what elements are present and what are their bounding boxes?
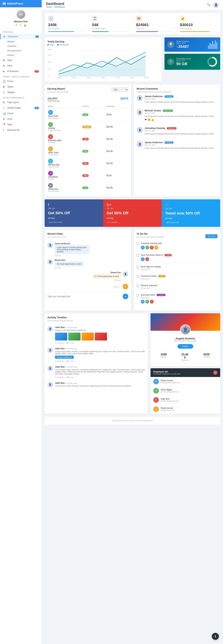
priority-badge: Low [82,150,88,152]
sales-bar-chart [208,40,217,49]
sidebar-subitem-minimal[interactable]: Minimal [0,39,42,44]
todo-checkbox[interactable] [137,284,139,287]
sidebar-item-ui-elements[interactable]: ◈ UI Elements 24 [0,68,42,74]
tables-icon: ⊞ [3,86,6,88]
send-message-button[interactable]: ➤ [123,294,128,299]
priority-badge: High [82,138,89,140]
search-icon[interactable]: 🔍 [207,3,210,6]
google-card[interactable]: G+ 25th Jan Get 50% Offon buy - Eric far… [103,199,162,227]
timeline-link[interactable]: Design weblayout [71,329,86,331]
month-select[interactable]: July August September [111,87,128,92]
facebook-icon: f [48,203,100,207]
svg-text:150: 150 [48,62,51,63]
todo-checkbox[interactable] [137,294,139,296]
sidebar-subitem-modern[interactable]: Modern [0,53,42,58]
email-icon[interactable]: ✉ [20,24,22,26]
col-earnings: Earnings [106,104,128,108]
todo-checkbox[interactable] [137,242,139,245]
add-task-button[interactable]: Add Task [205,234,217,238]
chat-input[interactable] [47,295,121,298]
follow-button[interactable]: Follow [177,344,193,348]
sidebar-logo[interactable]: AdminPress [0,0,42,7]
timeline-name: John Doe 5 minutes ago [55,326,145,328]
employee-list-header: Employee list Checkout employee you list… [150,368,220,377]
todo-checkbox[interactable] [137,266,139,268]
employee-item: A Arijit Sinh jomelso@1@qmail.com [150,396,220,405]
todo-subtitle: list of your next task to complete [137,236,164,238]
employee-list-title: Employee list [153,370,180,373]
chats-card: Recent Chats This is the demo chat 👤 Jam… [45,230,131,310]
emp-role: Project Manager [48,130,81,131]
twitter-author: - @shopernstaff [165,221,217,223]
todo-content: Book flight for holiday 26 jun 2017 [141,266,161,270]
add-employee-button[interactable]: + [213,370,217,375]
settings-icon[interactable]: ⚙ [15,24,18,26]
emp-cell: SSunil JoshiWeb Designer [47,108,82,121]
sidebar-item-dashboard[interactable]: ⊞ Dashboard 6 [0,34,42,39]
todo-avatars: A B C [141,300,165,304]
timeline-avatar: 👤 [47,366,53,371]
employee-name: Arijit Sinh [161,398,179,400]
emp-cell: MMicheal DoeContent Writer [47,157,82,170]
timeline-link[interactable]: Design weblayout [55,356,74,359]
todo-avatars: A B C D [141,246,162,250]
sidebar-item-maps[interactable]: 📍 Maps › [0,122,42,127]
sidebar-item-page-layout[interactable]: ⊟ Page Layout › [0,100,42,105]
col-name: Name [47,104,82,108]
sidebar-item-label: Tables [7,86,14,88]
priority-badge: Low [82,186,88,189]
breadcrumb-home[interactable]: Home [46,6,52,8]
todo-text: Give Purchase report to Today [141,254,172,256]
sidebar-item-widgets[interactable]: ⬡ Widgets › [0,90,42,95]
emp-avatar: S [48,110,53,115]
todo-item: Schedule meeting with A B C D [137,242,217,252]
breadcrumb: Home / Dashboard [46,6,65,8]
profile-avatar-wrapper: 👤 [180,324,191,335]
sales-analytics-subtitle: March 2017 [176,42,189,44]
chevron-right-icon: › [38,112,39,114]
timeline-avatar: 👤 [47,348,53,353]
twitter-card[interactable]: 🐦 25th Jan Tweet now 50% Offon buy - @sh… [162,199,220,227]
todo-item: Important tasks 2 weeks 26 jun 2017 A B … [137,294,217,306]
heart-icon: ♥ [67,360,68,362]
timeline-images [55,332,145,340]
todo-card: To Do list list of your next task to com… [134,230,220,310]
timeline-time: 5 minutes ago [65,348,77,350]
sidebar-item-apps[interactable]: ⊞ Apps › [0,58,42,63]
google-sub: on buy [107,217,113,219]
fab-button[interactable]: ⬆ [212,633,219,640]
svg-text:75: 75 [48,68,50,70]
love-count: ♥ 5 Love [67,360,74,362]
emp-cell: AAndrewProject Manager [47,121,82,133]
sidebar-item-inbox[interactable]: ✉ Inbox › [0,63,42,68]
chevron-right-icon: › [38,129,39,131]
svg-text:2015: 2015 [115,77,120,78]
bottom-section: Recent Chats This is the demo chat 👤 Jam… [45,230,220,310]
sidebar-item-icons[interactable]: ★ Icons › [0,116,42,122]
sidebar-item-tables[interactable]: ⊞ Tables › [0,84,42,90]
sidebar-item-multilevel[interactable]: ≡ Multi level dd › [0,127,42,133]
sidebar-item-charts[interactable]: 📊 Charts › [0,111,42,116]
todo-checkbox[interactable] [137,275,139,278]
sidebar-subitem-demographical[interactable]: Demographical [0,48,42,53]
todo-item: Forward all tasks urgent 26 jun 2017 [137,275,217,282]
comment-content: Michael Jorden Approved April 14, 2016 L… [145,109,214,121]
comment-avatar: 👤 [137,141,143,147]
comment-badge: Pending [164,142,174,144]
comment-content: James Anderson Pending April 14, 2016 Lo… [145,141,214,150]
employee-email: ab9@abcenterprises.com [161,382,180,384]
sidebar-item-sample-pages[interactable]: 📄 Sample Pages 46 [0,105,42,111]
facebook-card[interactable]: f 25th Jan Get 50% Offon buy - post form… [45,199,103,227]
extra-section-label: EXTRA COMPONENTS [0,95,42,100]
sample-pages-badge: 46 [35,107,39,109]
hamburger-icon[interactable] [3,2,6,5]
report-header: Earning Report Employee Earning report J… [47,87,128,95]
notification-icon[interactable]: 🔔 [24,24,26,26]
ui-elements-icon: ◈ [3,70,6,73]
comment-content: Johnathan Doeting Rejected April 14, 201… [145,127,214,135]
todo-checkbox[interactable] [137,254,139,256]
user-profile-icon[interactable]: 👤 [213,2,219,8]
sidebar-item-forms[interactable]: 📋 Forms › [0,78,42,84]
user-actions: ⚙ ✉ 🔔 [3,24,39,26]
sidebar-subitem-analytical[interactable]: Analytical [0,44,42,48]
